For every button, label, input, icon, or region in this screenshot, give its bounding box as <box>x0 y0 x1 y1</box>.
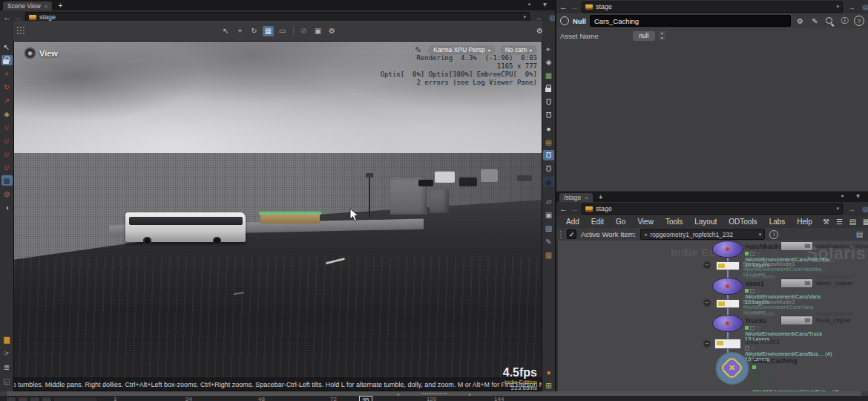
drawmode-node[interactable] <box>716 299 740 308</box>
bypass-badge-icon[interactable]: − <box>703 340 711 348</box>
pencil-icon[interactable]: ✎ <box>412 45 424 55</box>
rotate-tool-icon[interactable]: ↻ <box>249 26 260 36</box>
menu-go[interactable]: Go <box>611 218 631 226</box>
camera-pill[interactable]: No cam ▾ <box>500 45 537 55</box>
awi-checkbox[interactable]: ✓ <box>567 229 576 239</box>
asset-name-spinner[interactable]: ▲▼ <box>659 31 665 40</box>
drawmode-node[interactable] <box>716 261 740 270</box>
playbar-button[interactable] <box>42 397 52 401</box>
playbar-button[interactable] <box>30 397 40 401</box>
awi-grip[interactable] <box>559 230 562 239</box>
forward-icon[interactable]: → <box>14 13 22 22</box>
objnet-node-vans[interactable] <box>780 278 813 288</box>
menu-help[interactable]: Help <box>792 218 818 226</box>
snap-grid-magnet-icon[interactable]: ∪ <box>1 122 13 132</box>
wireframe-color-icon[interactable]: ✎ <box>543 236 554 247</box>
tab-close-icon[interactable]: × <box>585 195 588 201</box>
new-tab-button[interactable]: + <box>58 1 62 10</box>
path-dropdown-icon[interactable]: ▾ <box>836 4 839 10</box>
menu-tools[interactable]: Tools <box>660 218 688 226</box>
tab-stage[interactable]: /stage × <box>559 193 593 202</box>
grid-small-icon[interactable]: ▦ <box>861 217 868 227</box>
path-dropdown-icon[interactable]: ▾ <box>523 14 526 20</box>
viewport-options-icon[interactable]: ⚙ <box>326 26 338 36</box>
new-tab-button[interactable]: + <box>599 193 603 202</box>
renderer-pill[interactable]: Karma XPU Persp ▾ <box>428 45 495 55</box>
wrench-icon[interactable]: ⚒ <box>821 217 832 227</box>
network-graph[interactable]: Indie Edition Solaris Hatchbacks @ /Worl… <box>558 241 868 391</box>
params-path-field[interactable]: stage ▾ <box>582 1 843 13</box>
pane-menu-icon[interactable]: ▾ <box>539 0 550 9</box>
playbar[interactable]: 1 24 48 72 95 120 144 <box>0 396 868 401</box>
no-render-icon[interactable]: ⊘ <box>1 189 13 199</box>
network-list-icon[interactable]: ▤ <box>854 229 865 240</box>
menu-edit[interactable]: Edit <box>586 218 609 226</box>
pose-tool-icon[interactable]: ◈ <box>1 108 13 119</box>
snap-multi-magnet-icon[interactable]: ∪ <box>1 162 13 172</box>
snap-prim-magnet-icon[interactable]: ∪ <box>1 135 13 146</box>
playbar-button[interactable] <box>18 397 28 401</box>
info-icon[interactable]: i <box>769 230 778 239</box>
select-tool-icon[interactable]: ↖ <box>220 26 231 36</box>
scene-light-bulb-icon[interactable]: Ω <box>543 110 554 120</box>
pin-icon[interactable]: → <box>846 203 857 214</box>
menu-add[interactable]: Add <box>561 218 585 226</box>
menu-layout[interactable]: Layout <box>689 218 722 226</box>
grid-toggle-icon[interactable]: ⊞ <box>543 380 554 391</box>
menu-view[interactable]: View <box>632 218 659 226</box>
shade-mode-icon[interactable]: ▨ <box>543 223 554 233</box>
sopcreate-node-hatchbacks[interactable] <box>713 241 743 257</box>
translate-tool-icon[interactable]: + <box>234 26 246 36</box>
drawmode1-node[interactable] <box>714 339 741 349</box>
no-sync-icon[interactable]: ⊘ <box>298 26 309 36</box>
select-arrow-icon[interactable]: ↖ <box>1 42 13 52</box>
status-dot-icon[interactable]: ● <box>543 367 554 377</box>
awi-dropdown[interactable]: ● ropgeometry1_ropfetch1_232 ▾ <box>640 229 765 240</box>
visibility-layers-icon[interactable]: ◈ <box>543 56 554 67</box>
linked-pane-icon[interactable]: ◎ <box>860 203 868 214</box>
memory-box-icon[interactable]: ▆ <box>1 333 13 344</box>
list-view-icon[interactable]: ▤ <box>847 217 858 227</box>
frame-field[interactable] <box>53 397 98 401</box>
hand-tool-icon[interactable]: ☞ <box>1 348 13 358</box>
pane-maximize-icon[interactable]: ▪ <box>524 0 535 9</box>
pin-icon[interactable]: → <box>846 1 857 12</box>
rotate-handle-icon[interactable]: ↻ <box>1 82 13 92</box>
tree-view-icon[interactable]: ☰ <box>834 217 845 227</box>
info-icon[interactable]: ⓘ <box>839 16 850 26</box>
ring-display-icon[interactable]: ◎ <box>543 137 554 147</box>
back-icon[interactable]: ← <box>3 13 11 22</box>
bucket-icon[interactable]: ◱ <box>1 376 13 386</box>
scale-handle-icon[interactable]: ↗ <box>1 95 13 105</box>
splitter-grip[interactable] <box>421 392 447 395</box>
snapshot-grid-icon[interactable]: ▦ <box>543 70 554 80</box>
secure-selection-lock-icon[interactable] <box>1 55 13 65</box>
back-icon[interactable]: ← <box>559 3 568 11</box>
snap-options-icon[interactable]: ▦ <box>263 26 274 36</box>
node-name-field[interactable]: Cars_Caching <box>590 15 791 27</box>
normal-lighting-bulb-icon[interactable]: Ω <box>543 163 554 174</box>
menu-odtools[interactable]: ODTools <box>723 218 762 226</box>
lighting-mode-bulb-icon[interactable]: Ω <box>543 150 554 160</box>
toolbar-grip[interactable] <box>16 26 26 36</box>
sopcreate-node-trucks[interactable] <box>713 316 743 331</box>
cars-caching-node[interactable]: ✕ <box>715 352 749 385</box>
forward-icon[interactable]: → <box>571 205 579 213</box>
perspective-icon[interactable]: ▱ <box>543 196 554 206</box>
pane-maximize-icon[interactable]: ▪ <box>837 190 848 200</box>
bypass-badge-icon[interactable]: − <box>703 299 711 307</box>
headlight-bulb-icon[interactable]: Ω <box>543 97 554 107</box>
brush-icon[interactable]: ✎ <box>809 16 821 26</box>
render-region-icon[interactable]: ▩ <box>1 175 13 186</box>
material-sphere-icon[interactable]: ◑ <box>1 202 13 212</box>
forward-icon[interactable]: → <box>571 3 579 11</box>
gear-icon[interactable]: ⚙ <box>795 16 806 26</box>
tab-scene-view[interactable]: Scene View × <box>3 1 52 10</box>
tab-close-icon[interactable]: × <box>45 3 48 10</box>
layer-stack-icon[interactable]: ≣ <box>1 362 13 372</box>
translate-handle-icon[interactable]: + <box>1 68 13 79</box>
network-path-field[interactable]: stage ▾ <box>582 203 843 215</box>
material-ball-icon[interactable]: ● <box>543 123 554 134</box>
bypass-badge-icon[interactable]: − <box>703 261 711 269</box>
chevron-down-icon[interactable]: ▾ <box>759 232 762 238</box>
